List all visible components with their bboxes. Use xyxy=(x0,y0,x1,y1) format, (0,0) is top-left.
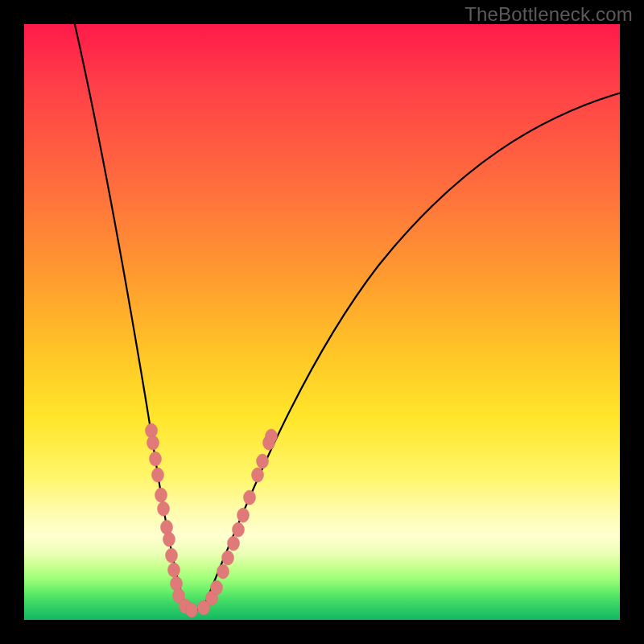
bead xyxy=(244,490,256,505)
bead xyxy=(266,429,278,444)
watermark-text: TheBottleneck.com xyxy=(464,3,633,26)
curve-left-branch xyxy=(74,24,185,606)
bead xyxy=(158,502,170,516)
bead xyxy=(166,548,178,563)
bead xyxy=(222,551,234,565)
curve-sample-beads xyxy=(146,423,278,617)
bead xyxy=(186,603,198,617)
bead xyxy=(211,580,223,595)
bead xyxy=(152,468,164,482)
bead xyxy=(163,532,175,547)
plot-area xyxy=(24,24,620,620)
bead xyxy=(237,508,250,522)
bead xyxy=(217,564,229,579)
bead xyxy=(168,563,180,577)
bead xyxy=(228,536,240,551)
bead xyxy=(155,488,167,502)
chart-overlay-svg xyxy=(24,24,620,620)
bead xyxy=(233,522,245,537)
bead xyxy=(252,468,264,482)
bead xyxy=(257,454,269,469)
chart-frame: TheBottleneck.com xyxy=(0,0,644,644)
curve-right-branch xyxy=(204,93,620,605)
bead xyxy=(150,452,162,466)
bead xyxy=(147,436,159,450)
